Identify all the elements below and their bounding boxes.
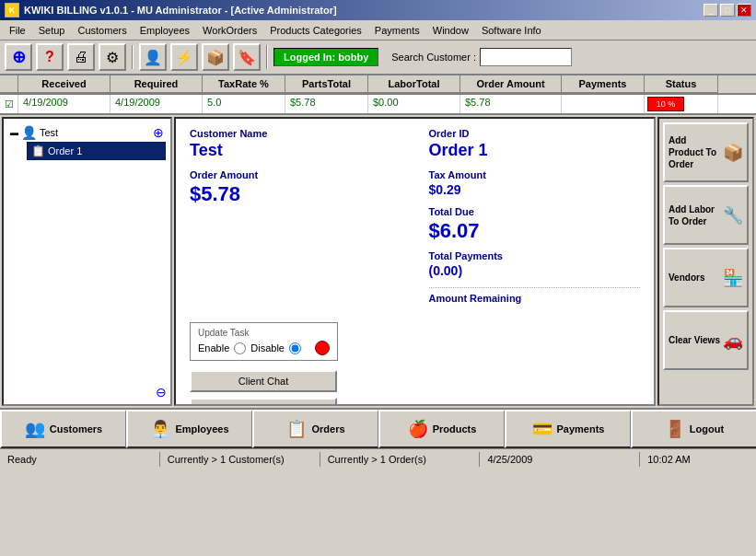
clear-views-icon: 🚗: [723, 330, 743, 351]
vendors-icon: 🏪: [723, 268, 743, 288]
settings-button[interactable]: ⚙: [99, 43, 126, 71]
update-task-box: Update Task Enable Disable: [190, 322, 338, 361]
order-detail-panel: Customer Name Test Order ID Order 1 Orde…: [174, 117, 656, 406]
add-product-button[interactable]: Add Product To Order 📦: [663, 122, 749, 182]
add-button[interactable]: ⊕: [5, 43, 32, 71]
row-received: 4/19/2009: [18, 95, 110, 113]
nav-products[interactable]: 🍎 Products: [378, 410, 505, 448]
total-payments-value: (0.00): [429, 263, 641, 278]
table-header: Received Required TaxRate % PartsTotal L…: [0, 75, 756, 95]
row-checkbox[interactable]: ☑: [0, 95, 18, 113]
row-labortotal: $0.00: [368, 95, 460, 113]
col-labortotal: LaborTotal: [368, 75, 460, 93]
help-button[interactable]: ?: [36, 43, 64, 71]
row-partstotal: $5.78: [285, 95, 368, 113]
nav-employees[interactable]: 👨‍💼 Employees: [126, 410, 252, 448]
logout-nav-icon: 🚪: [665, 419, 685, 439]
minimize-button[interactable]: _: [704, 4, 718, 17]
tree-child-item[interactable]: 📋 Order 1: [27, 142, 166, 160]
lightning-button[interactable]: ⚡: [170, 43, 198, 71]
app-icon: K: [5, 3, 19, 17]
menu-bar: File Setup Customers Employees WorkOrder…: [0, 20, 756, 41]
status-progress: 10 %: [647, 97, 684, 111]
disable-radio[interactable]: [289, 342, 301, 354]
menu-products-categories[interactable]: Products Categories: [264, 23, 367, 38]
nav-logout[interactable]: 🚪 Logout: [631, 410, 756, 448]
status-bar: Ready Currently > 1 Customer(s) Currentl…: [0, 448, 756, 469]
add-labor-label: Add Labor To Order: [669, 203, 721, 227]
clear-views-label: Clear Views: [669, 334, 721, 346]
customer-name-label: Customer Name: [190, 128, 401, 139]
window-controls: _ □ ✕: [704, 4, 751, 17]
col-required: Required: [110, 75, 203, 93]
col-taxrate: TaxRate %: [203, 75, 285, 93]
total-payments-label: Total Payments: [429, 250, 641, 261]
right-panel: Add Product To Order 📦 Add Labor To Orde…: [657, 117, 754, 406]
col-payments: Payments: [562, 75, 645, 93]
payments-nav-label: Payments: [557, 423, 605, 434]
nav-customers[interactable]: 👥 Customers: [0, 410, 126, 448]
bookmark-button[interactable]: 🔖: [233, 43, 261, 71]
col-status: Status: [645, 75, 718, 93]
divider: [429, 287, 641, 288]
customers-nav-icon: 👥: [25, 419, 45, 439]
separator2: [266, 45, 268, 69]
search-label: Search Customer :: [391, 52, 476, 63]
employees-nav-label: Employees: [175, 423, 228, 434]
nav-orders[interactable]: 📋 Orders: [252, 410, 378, 448]
print-button[interactable]: 🖨: [67, 43, 95, 71]
table-row[interactable]: ☑ 4/19/2009 4/19/2009 5.0 $5.78 $0.00 $5…: [0, 95, 756, 113]
menu-customers[interactable]: Customers: [72, 23, 132, 38]
separator1: [132, 45, 134, 69]
order-id-label: Order ID: [429, 128, 641, 139]
amount-remaining-label: Amount Remaining: [429, 293, 641, 304]
add-product-icon: 📦: [723, 143, 743, 163]
disable-label: Disable: [250, 342, 285, 353]
vendors-label: Vendors: [669, 272, 721, 284]
user-button[interactable]: 👤: [139, 43, 167, 71]
maximize-button[interactable]: □: [720, 4, 735, 17]
menu-payments[interactable]: Payments: [369, 23, 425, 38]
menu-window[interactable]: Window: [427, 23, 474, 38]
customer-name-field: Customer Name Test: [190, 128, 401, 160]
clear-views-button[interactable]: Clear Views 🚗: [663, 310, 749, 370]
title-text: KWIKI BILLING v1.0.1 - MU Administrator …: [24, 5, 337, 16]
order-id-value: Order 1: [429, 141, 641, 160]
toolbar: ⊕ ? 🖨 ⚙ 👤 ⚡ 📦 🔖 Logged In: bobby Search …: [0, 41, 756, 75]
content-area: ▬ 👤 Test ⊕ 📋 Order 1 ⊖ Customer Name Tes…: [0, 115, 756, 408]
col-checkbox: [0, 75, 18, 93]
customers-nav-label: Customers: [50, 423, 102, 434]
search-input[interactable]: [480, 48, 572, 66]
logged-in-label: Logged In: bobby: [273, 48, 378, 66]
order-amount-field: Order Amount $5.78: [190, 169, 401, 306]
tree-root[interactable]: ▬ 👤 Test ⊕: [8, 123, 166, 142]
print-invoice-button[interactable]: 🖨 Print Invoice: [190, 398, 337, 406]
logout-nav-label: Logout: [690, 423, 724, 434]
close-button[interactable]: ✕: [737, 4, 751, 17]
add-labor-button[interactable]: Add Labor To Order 🔧: [663, 185, 749, 245]
tree-root-icon: 👤: [21, 125, 37, 140]
client-chat-button[interactable]: Client Chat: [190, 370, 337, 392]
tree-child-label: Order 1: [48, 145, 82, 156]
orders-nav-label: Orders: [311, 423, 344, 434]
status-date: 4/25/2009: [480, 452, 640, 467]
nav-payments[interactable]: 💳 Payments: [505, 410, 631, 448]
menu-employees[interactable]: Employees: [134, 23, 195, 38]
update-task-label: Update Task: [198, 328, 330, 338]
amounts-row: Order Amount $5.78 Tax Amount $0.29 Tota…: [190, 169, 640, 306]
tree-remove-icon[interactable]: ⊖: [156, 385, 167, 400]
package-button[interactable]: 📦: [202, 43, 229, 71]
tax-amount-field: Tax Amount $0.29 Total Due $6.07 Total P…: [429, 169, 641, 306]
menu-setup[interactable]: Setup: [33, 23, 71, 38]
row-status: 10 %: [645, 95, 718, 113]
menu-workorders[interactable]: WorkOrders: [197, 23, 262, 38]
menu-software-info[interactable]: Software Info: [476, 23, 547, 38]
tree-add-icon[interactable]: ⊕: [153, 125, 164, 140]
tree-expand-icon[interactable]: ▬: [10, 128, 18, 137]
vendors-button[interactable]: Vendors 🏪: [663, 248, 749, 307]
enable-radio[interactable]: [234, 342, 246, 354]
bottom-nav: 👥 Customers 👨‍💼 Employees 📋 Orders 🍎 Pro…: [0, 408, 756, 448]
menu-file[interactable]: File: [4, 23, 31, 38]
orders-nav-icon: 📋: [286, 419, 307, 439]
products-nav-label: Products: [433, 423, 477, 434]
